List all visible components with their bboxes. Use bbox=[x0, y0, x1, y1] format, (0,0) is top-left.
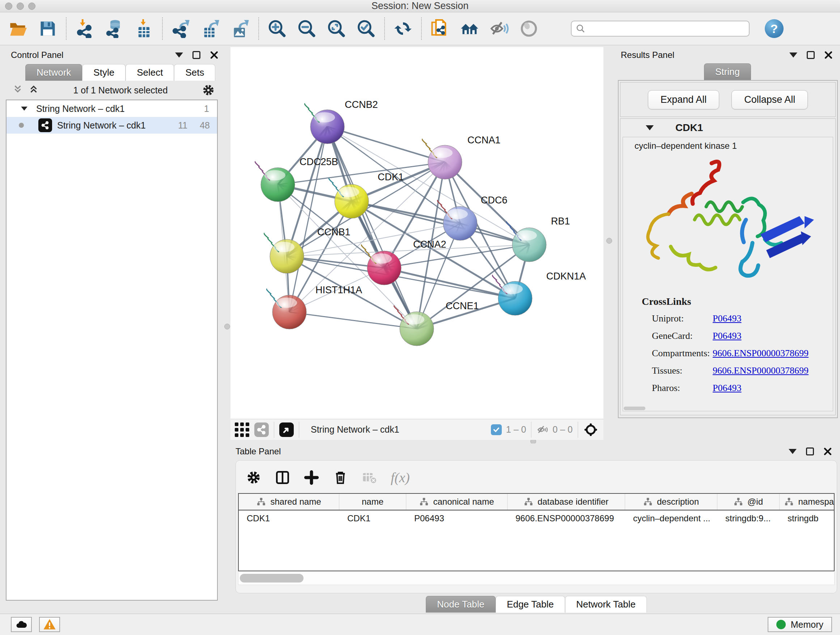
table-horizontal-scrollbar[interactable] bbox=[238, 572, 835, 585]
node-CCNA1[interactable]: CCNA1 bbox=[422, 135, 500, 179]
save-session-button[interactable] bbox=[38, 19, 58, 39]
right-splitter-grip[interactable] bbox=[606, 238, 612, 244]
edge-CCNB2-CCNA1[interactable] bbox=[327, 127, 445, 162]
clone-network-button[interactable] bbox=[430, 19, 450, 39]
network-collection-row[interactable]: String Network – cdk1 1 bbox=[6, 100, 217, 117]
export-network-button[interactable] bbox=[171, 19, 191, 39]
column-header--id[interactable]: @id bbox=[717, 494, 780, 510]
crosslink-link[interactable]: P06493 bbox=[713, 313, 741, 324]
hide-annotations-button[interactable] bbox=[489, 19, 509, 39]
show-columns-icon[interactable] bbox=[275, 470, 290, 485]
tab-network-table[interactable]: Network Table bbox=[565, 596, 647, 613]
close-panel-icon[interactable] bbox=[823, 447, 832, 456]
gene-results-scroll[interactable]: CDK1 cyclin–dependent kinase 1 bbox=[620, 119, 836, 415]
crosslink-link[interactable]: 9606.ENSP00000378699 bbox=[713, 365, 808, 376]
open-session-button[interactable] bbox=[8, 19, 28, 39]
tab-string[interactable]: String bbox=[704, 63, 751, 80]
table-cell[interactable]: cyclin–dependent ... bbox=[625, 510, 717, 526]
zoom-in-button[interactable] bbox=[267, 19, 287, 39]
column-header-name[interactable]: name bbox=[339, 494, 406, 510]
function-builder-icon[interactable]: f(x) bbox=[391, 470, 410, 486]
node-CCNB1[interactable]: CCNB1 bbox=[264, 226, 350, 273]
panel-menu-icon[interactable] bbox=[789, 449, 797, 454]
delete-table-icon[interactable] bbox=[362, 470, 377, 485]
crosslink-link[interactable]: 9606.ENSP00000378699 bbox=[713, 348, 808, 359]
panel-menu-icon[interactable] bbox=[789, 52, 797, 57]
memory-button[interactable]: Memory bbox=[767, 617, 832, 632]
node-CDKN1A[interactable]: CDKN1A bbox=[493, 271, 586, 315]
zoom-selected-button[interactable] bbox=[356, 19, 376, 39]
results-horizontal-scrollbar[interactable] bbox=[624, 407, 645, 410]
node-CDC6[interactable]: CDC6 bbox=[437, 195, 507, 241]
column-header-description[interactable]: description bbox=[625, 494, 717, 510]
edge-CCNA1-HIST1H1A[interactable] bbox=[289, 162, 445, 312]
panel-menu-icon[interactable] bbox=[175, 52, 183, 57]
hierarchy-icon bbox=[643, 497, 653, 507]
table-cell[interactable]: P06493 bbox=[406, 510, 508, 526]
left-splitter-grip[interactable] bbox=[224, 324, 230, 329]
apply-layout-button[interactable] bbox=[393, 19, 413, 39]
crosslink-link[interactable]: P06493 bbox=[713, 331, 741, 341]
create-column-icon[interactable] bbox=[304, 470, 319, 485]
close-panel-icon[interactable] bbox=[824, 51, 833, 59]
node-label-RB1: RB1 bbox=[551, 216, 570, 226]
collapse-all-button[interactable]: Collapse All bbox=[731, 90, 808, 109]
gene-expander-icon[interactable] bbox=[646, 125, 654, 130]
cloud-services-button[interactable] bbox=[11, 617, 32, 632]
home-button[interactable] bbox=[459, 19, 480, 39]
float-panel-icon[interactable] bbox=[193, 51, 201, 59]
gear-icon[interactable] bbox=[202, 84, 215, 97]
table-cell[interactable]: stringdb:9... bbox=[717, 510, 780, 526]
node-table[interactable]: shared namenamecanonical namedatabase id… bbox=[238, 493, 835, 571]
center-view-icon[interactable] bbox=[583, 422, 598, 437]
network-row[interactable]: String Network – cdk1 11 48 bbox=[6, 117, 217, 134]
float-panel-icon[interactable] bbox=[806, 448, 814, 455]
tab-node-table[interactable]: Node Table bbox=[426, 596, 496, 613]
tab-network[interactable]: Network bbox=[25, 64, 82, 81]
expand-all-button[interactable]: Expand All bbox=[648, 90, 720, 109]
collection-expander-icon[interactable] bbox=[21, 106, 27, 111]
search-input[interactable] bbox=[571, 21, 750, 36]
close-panel-icon[interactable] bbox=[210, 51, 218, 59]
edge-HIST1H1A-CCNE1[interactable] bbox=[289, 312, 417, 329]
help-button[interactable]: ? bbox=[765, 19, 783, 38]
show-graphics-details-button[interactable] bbox=[519, 19, 539, 39]
edge-CDK1-RB1[interactable] bbox=[352, 201, 529, 245]
tab-sets[interactable]: Sets bbox=[174, 64, 215, 81]
node-HIST1H1A[interactable]: HIST1H1A bbox=[267, 285, 362, 329]
tab-edge-table[interactable]: Edge Table bbox=[496, 596, 565, 613]
table-cell[interactable]: 9606.ENSP00000378699 bbox=[508, 510, 625, 526]
import-table-button[interactable] bbox=[134, 19, 154, 39]
collapse-all-tree-button[interactable] bbox=[12, 84, 23, 97]
column-header-database-identifier[interactable]: database identifier bbox=[508, 494, 625, 510]
import-network-from-database-button[interactable] bbox=[104, 19, 125, 39]
table-cell[interactable]: CDK1 bbox=[239, 510, 339, 526]
expand-all-tree-button[interactable] bbox=[28, 84, 39, 97]
tab-select[interactable]: Select bbox=[126, 64, 174, 81]
table-cell[interactable]: stringdb bbox=[780, 510, 835, 526]
string-network-graph[interactable]: CCNB2CCNA1CDC25BCDK1CDC6RB1CCNB1CCNA2CDK… bbox=[231, 47, 603, 419]
string-view-button[interactable] bbox=[254, 423, 269, 437]
zoom-out-button[interactable] bbox=[297, 19, 317, 39]
table-cell[interactable]: CDK1 bbox=[339, 510, 406, 526]
import-network-button[interactable] bbox=[74, 19, 95, 39]
column-header-canonical-name[interactable]: canonical name bbox=[406, 494, 508, 510]
warnings-button[interactable] bbox=[39, 617, 60, 632]
show-grid-button[interactable] bbox=[233, 421, 251, 439]
table-row[interactable]: CDK1CDK1P064939606.ENSP00000378699cyclin… bbox=[239, 510, 834, 526]
scrollbar-thumb[interactable] bbox=[240, 574, 303, 583]
birds-eye-view-button[interactable] bbox=[279, 423, 294, 437]
float-panel-icon[interactable] bbox=[807, 51, 815, 59]
network-canvas[interactable]: CCNB2CCNA1CDC25BCDK1CDC6RB1CCNB1CCNA2CDK… bbox=[231, 47, 603, 419]
table-options-gear-icon[interactable] bbox=[246, 470, 261, 485]
column-header-shared-name[interactable]: shared name bbox=[239, 494, 339, 510]
selected-items-checkbox[interactable] bbox=[491, 424, 502, 435]
export-table-button[interactable] bbox=[201, 19, 221, 39]
zoom-fit-button[interactable] bbox=[326, 19, 347, 39]
crosslink-link[interactable]: P06493 bbox=[713, 383, 741, 394]
export-image-button[interactable] bbox=[230, 19, 250, 39]
node-RB1[interactable]: RB1 bbox=[507, 216, 570, 262]
tab-style[interactable]: Style bbox=[82, 64, 126, 81]
column-header-namespace[interactable]: namespace bbox=[780, 494, 835, 510]
delete-column-icon[interactable] bbox=[333, 470, 348, 485]
